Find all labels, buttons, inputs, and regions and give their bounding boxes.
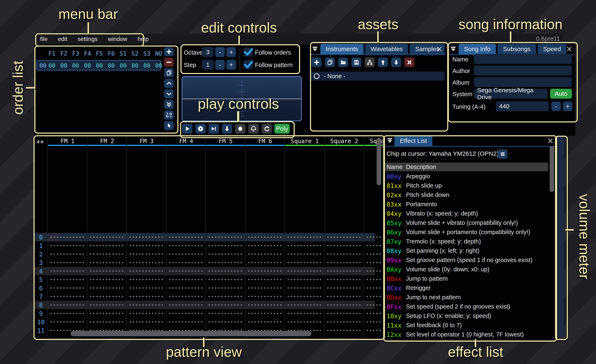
pattern-cell[interactable] bbox=[209, 309, 243, 318]
pattern-cell[interactable] bbox=[327, 241, 362, 250]
pattern-cell[interactable] bbox=[129, 258, 164, 267]
pattern-cell[interactable] bbox=[209, 292, 243, 301]
tuning-increase-button[interactable]: + bbox=[563, 102, 572, 111]
pattern-cell[interactable] bbox=[366, 292, 381, 301]
name-field[interactable] bbox=[474, 54, 572, 64]
pattern-cell[interactable] bbox=[129, 267, 164, 275]
pattern-cell[interactable] bbox=[169, 233, 203, 241]
metronome-bell-button-play[interactable] bbox=[248, 124, 259, 134]
pattern-cell[interactable] bbox=[327, 284, 362, 292]
pattern-cell[interactable] bbox=[327, 309, 362, 318]
chevrons-down-button-order[interactable] bbox=[164, 100, 174, 109]
pattern-cell[interactable] bbox=[287, 301, 322, 309]
pattern-cell[interactable] bbox=[327, 233, 362, 241]
pattern-cell[interactable] bbox=[169, 284, 203, 292]
pattern-cell[interactable] bbox=[209, 284, 243, 292]
pattern-cell[interactable] bbox=[50, 292, 85, 301]
pattern-cell[interactable] bbox=[366, 275, 381, 284]
chevron-up-button-order[interactable] bbox=[164, 79, 174, 88]
song-info-close-icon[interactable] bbox=[565, 45, 573, 54]
effect-code[interactable]: 01xx bbox=[387, 182, 402, 189]
pattern-cell[interactable] bbox=[50, 258, 85, 267]
pattern-cell[interactable] bbox=[209, 233, 243, 241]
pattern-cell[interactable] bbox=[50, 284, 85, 292]
plus-button-order[interactable] bbox=[164, 47, 174, 56]
pattern-cell[interactable] bbox=[287, 284, 322, 292]
pattern-cell[interactable] bbox=[50, 241, 85, 250]
pattern-cell[interactable] bbox=[169, 318, 203, 326]
pattern-cell[interactable] bbox=[287, 309, 322, 318]
effect-code[interactable]: 10xy bbox=[387, 313, 402, 320]
pattern-cell[interactable] bbox=[90, 284, 124, 292]
copy-button-order[interactable] bbox=[164, 68, 174, 77]
pattern-cell[interactable] bbox=[169, 301, 203, 309]
effect-code[interactable]: 0Fxx bbox=[387, 303, 402, 310]
pattern-cell[interactable] bbox=[169, 267, 203, 275]
pattern-cell[interactable] bbox=[90, 258, 124, 267]
channel-header-fm-1[interactable]: FM 1 bbox=[48, 138, 87, 145]
channel-header-fm-4[interactable]: FM 4 bbox=[166, 138, 206, 145]
pattern-vertical-scrollbar[interactable] bbox=[377, 138, 381, 185]
effect-code[interactable]: 08xy bbox=[387, 247, 402, 255]
play-circle-button-play[interactable] bbox=[195, 124, 206, 134]
channel-header-square-1[interactable]: Square 1 bbox=[285, 138, 325, 145]
assets-close-icon[interactable] bbox=[435, 45, 443, 54]
cursor-button-order[interactable] bbox=[164, 121, 174, 130]
unlink-button-order[interactable] bbox=[164, 110, 174, 120]
pattern-cell[interactable] bbox=[169, 258, 203, 267]
menu-item-help[interactable]: help bbox=[137, 36, 149, 42]
pattern-cell[interactable] bbox=[129, 301, 164, 309]
pattern-cell[interactable] bbox=[287, 258, 322, 267]
pattern-cell[interactable] bbox=[366, 284, 381, 292]
chevron-down-button-order[interactable] bbox=[164, 89, 174, 98]
assets-collapse-icon[interactable] bbox=[311, 44, 319, 54]
pattern-cell[interactable] bbox=[50, 250, 85, 258]
pattern-cell[interactable] bbox=[209, 258, 243, 267]
pattern-cell[interactable] bbox=[366, 326, 381, 335]
step-value[interactable]: 1 bbox=[202, 60, 214, 70]
pattern-horizontal-scrollbar[interactable] bbox=[71, 331, 312, 336]
system-select[interactable]: Sega Genesis/Mega Drive bbox=[474, 89, 548, 99]
record-button-play[interactable] bbox=[235, 124, 246, 134]
pattern-cell[interactable] bbox=[90, 233, 124, 241]
pattern-cell[interactable] bbox=[327, 250, 362, 258]
order-cell[interactable]: 00 bbox=[96, 62, 103, 69]
pattern-cell[interactable] bbox=[287, 233, 322, 241]
effect-list-scrollbar[interactable] bbox=[550, 146, 554, 192]
effect-code[interactable]: 04xy bbox=[387, 210, 402, 217]
channel-header-fm-3[interactable]: FM 3 bbox=[127, 138, 166, 145]
tuning-field[interactable]: 440 bbox=[496, 101, 549, 111]
pattern-cell[interactable] bbox=[248, 241, 283, 250]
pattern-cell[interactable] bbox=[327, 275, 362, 284]
effect-code[interactable]: 02xx bbox=[387, 191, 402, 199]
tuning-decrease-button[interactable]: - bbox=[551, 102, 561, 111]
order-cell[interactable]: 00 bbox=[143, 62, 150, 69]
pattern-cell[interactable] bbox=[248, 284, 283, 292]
pattern-cell[interactable] bbox=[248, 250, 283, 258]
pattern-cell[interactable] bbox=[366, 241, 381, 250]
follow-orders-checkbox[interactable] bbox=[243, 48, 253, 57]
asset-list-selected-row[interactable]: - None - bbox=[311, 72, 445, 81]
effect-code[interactable]: 0Dxx bbox=[387, 294, 402, 301]
pattern-cell[interactable] bbox=[90, 275, 124, 284]
tree-button-asset[interactable] bbox=[365, 58, 375, 67]
tab-song-info[interactable]: Song Info bbox=[459, 44, 496, 54]
pattern-cell[interactable] bbox=[287, 241, 322, 250]
album-field[interactable] bbox=[474, 77, 572, 87]
pattern-cell[interactable] bbox=[129, 318, 164, 326]
order-cell[interactable]: 00 bbox=[108, 62, 115, 69]
pattern-cell[interactable] bbox=[129, 284, 164, 292]
pattern-cell[interactable] bbox=[327, 301, 362, 309]
pattern-cell[interactable] bbox=[287, 250, 322, 258]
pattern-cell[interactable] bbox=[366, 309, 381, 318]
effect-code[interactable]: 0Bxx bbox=[387, 275, 402, 283]
effect-code[interactable]: 03xx bbox=[387, 201, 402, 208]
pattern-cell[interactable] bbox=[169, 292, 203, 301]
pattern-cell[interactable] bbox=[248, 258, 283, 267]
menu-item-edit[interactable]: edit bbox=[57, 36, 68, 42]
play-button-play[interactable] bbox=[182, 124, 193, 134]
order-cell[interactable]: 00 bbox=[84, 62, 91, 69]
step-decrease-button[interactable]: - bbox=[215, 60, 225, 70]
pattern-cell[interactable] bbox=[129, 233, 164, 241]
play-to-cursor-button-play[interactable] bbox=[209, 124, 219, 134]
